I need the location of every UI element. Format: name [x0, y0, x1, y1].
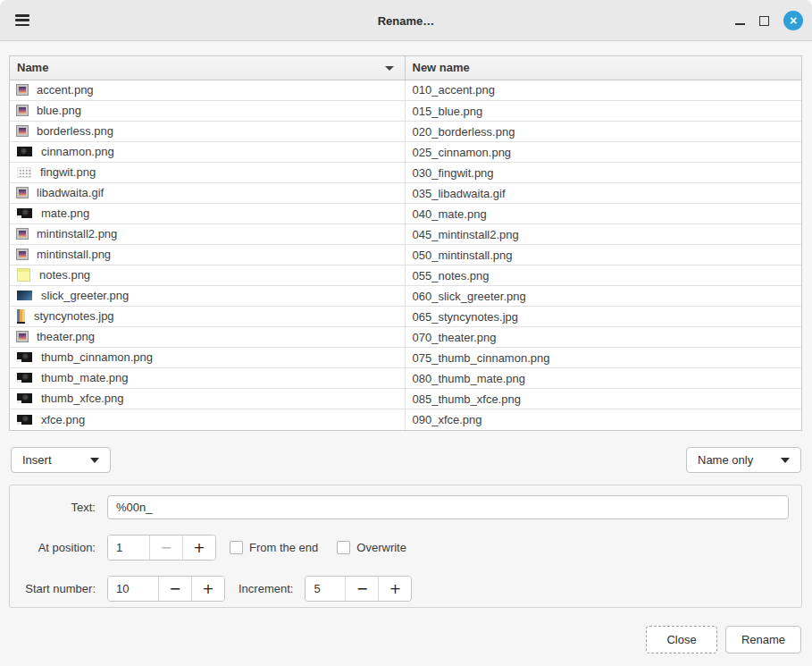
screenshot-purple-thumbnail-icon: [17, 85, 28, 95]
column-header-name[interactable]: Name: [10, 56, 405, 80]
file-new-name: 060_slick_greeter.png: [405, 286, 801, 307]
increment-spinner: − +: [305, 576, 412, 602]
checkbox-box-icon: [337, 541, 350, 554]
table-row[interactable]: borderless.png020_borderless.png: [10, 122, 801, 142]
file-new-name: 010_accent.png: [405, 80, 801, 101]
table-row[interactable]: mate.png040_mate.png: [10, 204, 801, 224]
screenshot-dark-panel-thumbnail-icon: [17, 373, 32, 383]
text-row: Text:: [10, 495, 789, 519]
file-new-name: 020_borderless.png: [405, 122, 801, 142]
file-name: fingwit.png: [40, 165, 96, 179]
table-row[interactable]: cinnamon.png025_cinnamon.png: [10, 142, 801, 163]
rename-dialog-window: Rename… × Name New name accen: [0, 0, 812, 666]
screenshot-purple-thumbnail-icon: [17, 126, 28, 136]
table-row[interactable]: theater.png070_theater.png: [10, 327, 801, 348]
table-row[interactable]: thumb_xfce.png085_thumb_xfce.png: [10, 389, 801, 409]
increment-input[interactable]: [306, 577, 345, 601]
increment-increment-button[interactable]: +: [378, 577, 411, 601]
start-number-decrement-button[interactable]: −: [158, 577, 191, 601]
file-new-name: 085_thumb_xfce.png: [405, 389, 801, 409]
table-row[interactable]: libadwaita.gif035_libadwaita.gif: [10, 183, 801, 204]
file-name: xfce.png: [41, 413, 85, 426]
window-title: Rename…: [0, 0, 812, 41]
at-position-increment-button[interactable]: +: [182, 535, 215, 560]
at-position-row: At position: − + From the end Overwrite: [10, 535, 789, 561]
screenshot-dark-panel-thumbnail-icon: [17, 352, 32, 362]
file-name: mintinstall.png: [37, 248, 111, 261]
table-row[interactable]: slick_greeter.png060_slick_greeter.png: [10, 286, 801, 307]
column-header-new-name[interactable]: New name: [405, 56, 801, 80]
table-row[interactable]: notes.png055_notes.png: [10, 266, 801, 286]
increment-decrement-button[interactable]: −: [345, 577, 378, 601]
file-name: cinnamon.png: [41, 145, 114, 158]
table-row[interactable]: styncynotes.jpg065_styncynotes.jpg: [10, 307, 801, 327]
file-new-name: 040_mate.png: [405, 204, 801, 224]
table-row[interactable]: thumb_mate.png080_thumb_mate.png: [10, 368, 801, 389]
screenshot-dark-panel-thumbnail-icon: [17, 208, 32, 218]
file-new-name: 045_mintinstall2.png: [405, 224, 801, 245]
file-new-name: 090_xfce.png: [405, 409, 801, 430]
close-button[interactable]: Close: [646, 626, 717, 653]
table-row[interactable]: mintinstall2.png045_mintinstall2.png: [10, 224, 801, 245]
file-new-name: 025_cinnamon.png: [405, 142, 801, 163]
file-table-body: accent.png010_accent.pngblue.png015_blue…: [10, 80, 801, 430]
screenshot-dark-panel-thumbnail-icon: [17, 415, 32, 425]
from-the-end-checkbox[interactable]: From the end: [230, 541, 318, 554]
table-row[interactable]: fingwit.png030_fingwit.png: [10, 163, 801, 183]
close-window-icon[interactable]: ×: [783, 11, 803, 30]
table-row[interactable]: blue.png015_blue.png: [10, 101, 801, 122]
screenshot-purple-thumbnail-icon: [17, 229, 28, 239]
table-row[interactable]: accent.png010_accent.png: [10, 80, 801, 101]
file-name: thumb_mate.png: [41, 371, 129, 384]
screenshot-purple-thumbnail-icon: [17, 332, 28, 341]
start-number-input[interactable]: [108, 577, 158, 601]
file-new-name: 050_mintinstall.png: [405, 245, 801, 266]
numbering-row: Start number: − + Increment: − +: [10, 576, 789, 602]
file-new-name: 035_libadwaita.gif: [405, 183, 801, 204]
at-position-input[interactable]: [108, 535, 149, 560]
screenshot-dark-panel-thumbnail-icon: [17, 393, 32, 403]
table-row[interactable]: xfce.png090_xfce.png: [10, 409, 801, 430]
table-row[interactable]: thumb_cinnamon.png075_thumb_cinnamon.png: [10, 348, 801, 368]
minimize-icon[interactable]: [735, 23, 745, 25]
dialog-footer: Close Rename: [646, 626, 801, 653]
file-name: thumb_cinnamon.png: [41, 350, 153, 364]
file-name: styncynotes.jpg: [34, 309, 114, 323]
note-yellow-thumbnail-icon: [17, 268, 30, 282]
file-name: thumb_xfce.png: [41, 392, 124, 405]
at-position-label: At position:: [10, 541, 96, 554]
column-header-name-label: Name: [17, 61, 48, 74]
overwrite-label: Overwrite: [356, 541, 406, 554]
screenshot-dark-thumbnail-icon: [17, 147, 32, 156]
file-new-name: 070_theater.png: [405, 327, 801, 348]
text-input[interactable]: [107, 495, 789, 519]
photo-portrait-thumbnail-icon: [17, 309, 25, 324]
maximize-icon[interactable]: [759, 16, 769, 26]
rename-button[interactable]: Rename: [725, 626, 801, 653]
start-number-spinner: − +: [107, 576, 225, 602]
insert-operation-dropdown[interactable]: Insert: [11, 447, 111, 473]
start-number-increment-button[interactable]: +: [191, 577, 224, 601]
table-header-row: Name New name: [10, 56, 801, 80]
text-label: Text:: [10, 501, 96, 514]
at-position-decrement-button[interactable]: −: [149, 535, 182, 560]
sort-descending-icon: [385, 66, 394, 71]
scope-dropdown[interactable]: Name only: [686, 447, 801, 473]
file-name: borderless.png: [37, 124, 113, 138]
screenshot-purple-thumbnail-icon: [17, 105, 28, 115]
file-new-name: 080_thumb_mate.png: [405, 368, 801, 389]
file-name: accent.png: [37, 83, 94, 97]
chevron-down-icon: [781, 458, 790, 463]
table-row[interactable]: mintinstall.png050_mintinstall.png: [10, 245, 801, 266]
from-the-end-label: From the end: [249, 541, 318, 554]
screenshot-purple-thumbnail-icon: [17, 249, 28, 259]
file-table: Name New name accent.png010_accent.pngbl…: [9, 55, 802, 431]
checkbox-box-icon: [230, 541, 243, 554]
file-new-name: 015_blue.png: [405, 101, 801, 122]
at-position-spinner: − +: [107, 535, 216, 561]
increment-label: Increment:: [239, 582, 293, 595]
file-name: blue.png: [37, 104, 81, 117]
overwrite-checkbox[interactable]: Overwrite: [337, 541, 406, 554]
screenshot-purple-thumbnail-icon: [17, 188, 28, 198]
insert-options-panel: Text: At position: − + From the end Over…: [9, 485, 802, 608]
